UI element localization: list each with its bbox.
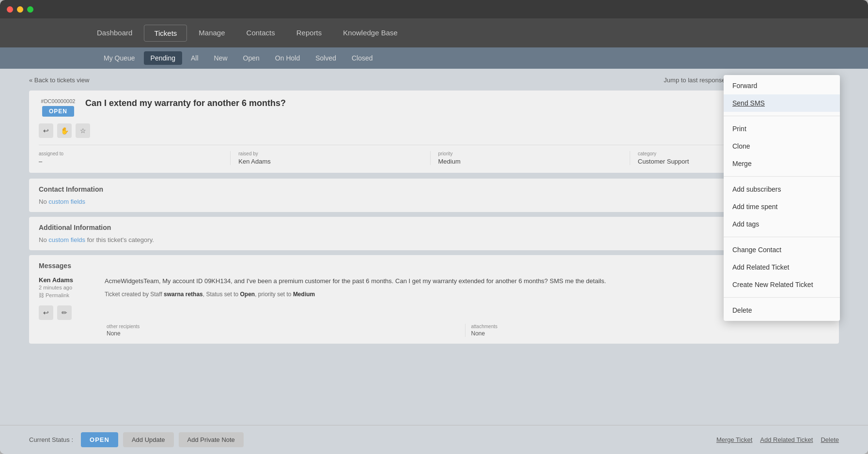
dropdown-item-print[interactable]: Print <box>724 120 840 137</box>
ticket-card: #DC00000002 OPEN Can I extend my warrant… <box>29 91 839 173</box>
main-window: Dashboard Tickets Manage Contacts Report… <box>0 0 868 454</box>
dropdown-item-create-new-related-ticket[interactable]: Create New Related Ticket <box>724 276 840 293</box>
dropdown-item-send-sms[interactable]: Send SMS <box>724 94 840 112</box>
dropdown-item-change-contact[interactable]: Change Contact <box>724 241 840 258</box>
contact-no-fields: No custom fields <box>39 198 829 205</box>
merge-ticket-link[interactable]: Merge Ticket <box>716 436 752 443</box>
message-action-icons: ↩ ✏ <box>39 305 829 320</box>
dropdown-item-add-tags[interactable]: Add tags <box>724 215 840 233</box>
traffic-lights <box>7 6 33 13</box>
dropdown-item-add-time-spent[interactable]: Add time spent <box>724 198 840 215</box>
subnav-item-pending[interactable]: Pending <box>144 51 182 65</box>
assigned-to-value: – <box>39 158 222 165</box>
subnav-item-solved[interactable]: Solved <box>309 51 343 65</box>
nav-item-tickets[interactable]: Tickets <box>144 25 187 42</box>
dropdown-section-5: Delete <box>724 300 840 321</box>
sender-time: 2 minutes ago <box>39 285 97 290</box>
top-nav-list: Dashboard Tickets Manage Contacts Report… <box>87 25 407 42</box>
delete-link[interactable]: Delete <box>821 436 839 443</box>
message-sender-info: Ken Adams 2 minutes ago ⛓ Permalink <box>39 276 97 299</box>
actions-bar: « Back to tickets view Jump to last resp… <box>29 76 839 84</box>
priority-value: Medium <box>438 158 622 165</box>
nav-item-knowledge-base[interactable]: Knowledge Base <box>333 25 407 42</box>
nav-item-dashboard[interactable]: Dashboard <box>87 25 142 42</box>
footer-bar: Current Status : OPEN Add Update Add Pri… <box>0 425 868 454</box>
dropdown-section-2: Print Clone Merge <box>724 118 840 174</box>
dropdown-divider-2 <box>724 176 840 177</box>
messages-title: Messages <box>39 262 829 270</box>
dropdown-item-clone[interactable]: Clone <box>724 137 840 155</box>
attachments-label: attachments <box>471 324 824 329</box>
raised-by-value: Ken Adams <box>238 158 422 165</box>
dropdown-divider-3 <box>724 237 840 237</box>
fullscreen-button[interactable] <box>27 6 33 13</box>
nav-item-manage[interactable]: Manage <box>189 25 234 42</box>
additional-no-fields: No custom fields for this ticket's categ… <box>39 236 829 243</box>
nav-item-reports[interactable]: Reports <box>287 25 332 42</box>
contact-info-section: Contact Information No custom fields <box>29 179 839 212</box>
subnav-item-closed[interactable]: Closed <box>345 51 380 65</box>
attachments-value: None <box>471 330 824 337</box>
ticket-meta: assigned to – raised by Ken Adams priori… <box>39 145 829 165</box>
dropdown-item-delete[interactable]: Delete <box>724 302 840 319</box>
add-private-note-button[interactable]: Add Private Note <box>179 432 244 447</box>
messages-section: Messages Ken Adams 2 minutes ago ⛓ Perma… <box>29 255 839 344</box>
subnav-item-all[interactable]: All <box>184 51 205 65</box>
nav-item-contacts[interactable]: Contacts <box>237 25 285 42</box>
assigned-to-label: assigned to <box>39 151 222 156</box>
add-related-ticket-link[interactable]: Add Related Ticket <box>760 436 813 443</box>
dropdown-item-add-related-ticket[interactable]: Add Related Ticket <box>724 258 840 276</box>
ticket-title: Can I extend my warranty for another 6 m… <box>85 98 286 108</box>
dropdown-item-add-subscribers[interactable]: Add subscribers <box>724 181 840 198</box>
additional-info-section: Additional Information No custom fields … <box>29 217 839 250</box>
priority-label: priority <box>438 151 622 156</box>
dropdown-section-3: Add subscribers Add time spent Add tags <box>724 179 840 235</box>
grab-icon[interactable]: ✋ <box>57 123 72 138</box>
permalink[interactable]: ⛓ Permalink <box>39 292 97 298</box>
subnav-item-my-queue[interactable]: My Queue <box>97 51 142 65</box>
message-text: AcmeWidgetsTeam, My account ID 09KH134, … <box>105 276 829 286</box>
message-body: AcmeWidgetsTeam, My account ID 09KH134, … <box>105 276 829 299</box>
additional-info-title: Additional Information <box>39 224 829 231</box>
dropdown-section-4: Change Contact Add Related Ticket Create… <box>724 239 840 295</box>
status-open-button[interactable]: OPEN <box>81 432 118 447</box>
meta-priority: priority Medium <box>431 151 630 165</box>
dropdown-item-merge[interactable]: Merge <box>724 155 840 172</box>
jump-to-last-response[interactable]: Jump to last response <box>664 76 725 84</box>
dropdown-divider-1 <box>724 116 840 116</box>
attachments: attachments None <box>465 324 830 337</box>
dropdown-section-1: Forward Send SMS <box>724 75 840 114</box>
subnav-item-new[interactable]: New <box>207 51 234 65</box>
footer-left: Current Status : OPEN Add Update Add Pri… <box>29 432 244 447</box>
raised-by-label: raised by <box>238 151 422 156</box>
message-reply-icon[interactable]: ↩ <box>39 305 53 320</box>
message-edit-icon[interactable]: ✏ <box>57 305 72 320</box>
sender-name: Ken Adams <box>39 276 97 284</box>
dropdown-item-forward[interactable]: Forward <box>724 77 840 94</box>
ticket-status-badge: OPEN <box>42 106 74 117</box>
meta-raised-by: raised by Ken Adams <box>231 151 430 165</box>
ticket-action-icons: ↩ ✋ ☆ <box>39 123 829 138</box>
reply-icon[interactable]: ↩ <box>39 123 53 138</box>
other-recipients-value: None <box>107 330 459 337</box>
star-icon[interactable]: ☆ <box>76 123 90 138</box>
ticket-id-badge: #DC00000002 OPEN <box>39 98 78 117</box>
back-link[interactable]: « Back to tickets view <box>29 76 89 84</box>
contact-info-title: Contact Information <box>39 185 829 193</box>
close-button[interactable] <box>7 6 13 13</box>
add-update-button[interactable]: Add Update <box>123 432 174 447</box>
subnav-item-open[interactable]: Open <box>236 51 266 65</box>
current-status-label: Current Status : <box>29 436 73 443</box>
ticket-header: #DC00000002 OPEN Can I extend my warrant… <box>39 98 829 117</box>
message-item: Ken Adams 2 minutes ago ⛓ Permalink Acme… <box>39 276 829 299</box>
ticket-title-area: Can I extend my warranty for another 6 m… <box>85 98 286 108</box>
subnav-item-on-hold[interactable]: On Hold <box>268 51 307 65</box>
other-recipients-label: other recipients <box>107 324 459 329</box>
message-meta-row: other recipients None attachments None <box>107 324 829 337</box>
contact-custom-fields-link[interactable]: custom fields <box>48 198 85 205</box>
footer-right: Merge Ticket Add Related Ticket Delete <box>716 436 839 443</box>
dropdown-divider-4 <box>724 297 840 298</box>
sub-nav: My Queue Pending All New Open On Hold So… <box>0 47 868 69</box>
additional-custom-fields-link[interactable]: custom fields <box>48 236 85 243</box>
minimize-button[interactable] <box>17 6 23 13</box>
